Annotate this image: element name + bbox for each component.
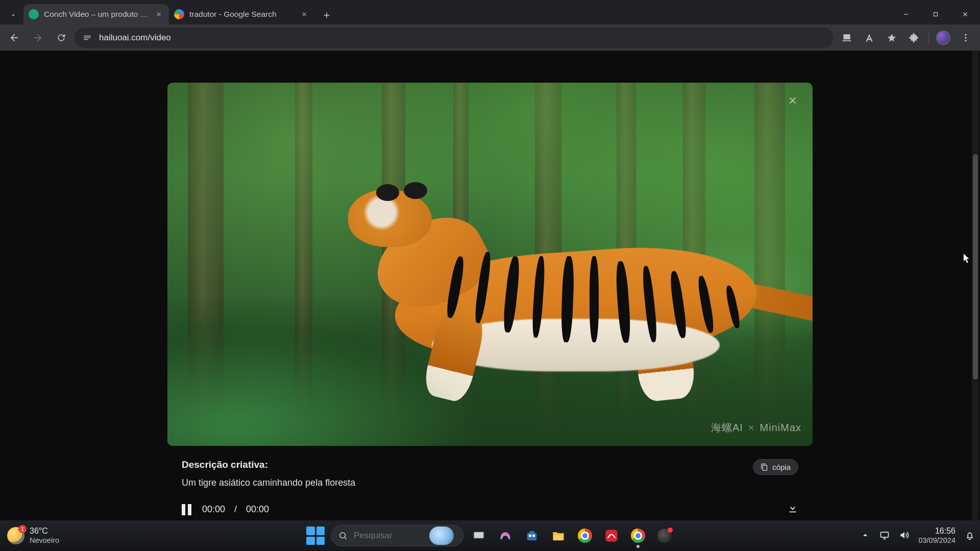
scrollbar-thumb[interactable] <box>973 154 978 380</box>
page-viewport: 海螺AI × MiniMax Descrição criativa: Um ti… <box>0 51 980 520</box>
maximize-button[interactable] <box>921 4 950 24</box>
taskbar-center <box>304 520 676 551</box>
video-frame[interactable]: 海螺AI × MiniMax <box>167 83 813 446</box>
svg-rect-11 <box>605 530 617 541</box>
system-tray: 16:56 03/09/2024 <box>860 527 980 544</box>
file-explorer-button[interactable] <box>547 524 570 547</box>
description-text: Um tigre asiático caminhando pela flores… <box>182 478 753 488</box>
close-icon <box>787 95 798 106</box>
volume-icon[interactable] <box>899 530 909 542</box>
description-section: Descrição criativa: Um tigre asiático ca… <box>167 446 813 493</box>
bell-icon <box>965 530 975 540</box>
weather-widget[interactable]: 36°C Nevoeiro <box>0 527 59 544</box>
translate-icon[interactable] <box>859 28 879 48</box>
minimize-button[interactable] <box>891 4 921 24</box>
copy-label: cópia <box>772 463 791 471</box>
arrow-left-icon <box>9 32 20 43</box>
scrollbar[interactable] <box>972 51 979 520</box>
address-bar[interactable]: hailuoai.com/video <box>75 28 834 48</box>
close-tab-icon[interactable] <box>154 9 164 19</box>
download-button[interactable] <box>787 503 798 516</box>
tray-overflow-button[interactable] <box>860 530 870 542</box>
task-view-button[interactable] <box>468 524 490 547</box>
tab-1[interactable]: Conch Video – um produto da <box>23 4 169 24</box>
url-text: hailuoai.com/video <box>99 33 826 43</box>
copy-button[interactable]: cópia <box>753 459 798 475</box>
search-highlight-icon <box>429 527 454 545</box>
install-app-icon[interactable] <box>837 28 857 48</box>
search-input[interactable] <box>354 531 420 541</box>
toolbar-divider <box>928 32 929 44</box>
weather-icon <box>7 527 24 544</box>
player-controls-peek: 00:00 / 00:00 <box>167 493 813 516</box>
chrome-icon <box>578 529 592 543</box>
svg-rect-0 <box>934 13 938 16</box>
avatar-icon <box>936 31 950 45</box>
svg-rect-12 <box>881 532 889 537</box>
close-window-button[interactable] <box>950 4 980 24</box>
windows-taskbar: 36°C Nevoeiro <box>0 520 980 551</box>
obs-button[interactable] <box>653 524 676 547</box>
arrow-right-icon <box>32 32 43 43</box>
chevron-down-icon <box>10 12 17 19</box>
chrome-taskbar-button[interactable] <box>574 524 596 547</box>
favicon-icon <box>29 9 39 19</box>
profile-avatar[interactable] <box>933 28 953 48</box>
close-tab-icon[interactable] <box>299 9 309 19</box>
svg-point-3 <box>965 40 966 41</box>
svg-rect-8 <box>529 531 534 534</box>
weather-temp: 36°C <box>30 527 59 536</box>
close-modal-button[interactable] <box>784 92 801 109</box>
clock-time: 16:56 <box>918 527 955 536</box>
reload-button[interactable] <box>51 28 71 48</box>
search-icon <box>338 531 348 540</box>
svg-rect-9 <box>529 535 531 537</box>
titlebar: Conch Video – um produto da tradutor - G… <box>0 0 980 24</box>
microsoft-store-button[interactable] <box>521 524 543 547</box>
browser-toolbar: hailuoai.com/video <box>0 24 980 51</box>
copilot-button[interactable] <box>494 524 517 547</box>
start-button[interactable] <box>304 524 327 547</box>
app-red-button[interactable] <box>600 524 623 547</box>
svg-point-4 <box>340 533 346 538</box>
tab-title: tradutor - Google Search <box>189 10 294 19</box>
time-current: 00:00 <box>202 504 225 515</box>
video-preview-modal: 海螺AI × MiniMax Descrição criativa: Um ti… <box>167 83 813 520</box>
watermark: 海螺AI × MiniMax <box>711 421 801 435</box>
new-tab-button[interactable] <box>317 6 336 24</box>
chrome-active-button[interactable] <box>627 524 649 547</box>
task-view-icon <box>472 529 486 543</box>
clock[interactable]: 16:56 03/09/2024 <box>918 527 955 544</box>
copy-icon <box>761 463 768 471</box>
watermark-right: MiniMax <box>760 422 801 434</box>
weather-desc: Nevoeiro <box>30 536 59 545</box>
time-total: 00:00 <box>246 504 269 515</box>
tab-search-dropdown[interactable] <box>4 6 22 24</box>
svg-point-1 <box>965 34 966 35</box>
toolbar-right <box>837 28 976 48</box>
foreground-blur <box>167 337 483 446</box>
notifications-button[interactable] <box>965 530 975 542</box>
pause-button[interactable] <box>182 504 193 515</box>
svg-point-2 <box>965 37 966 38</box>
time-separator: / <box>234 504 237 515</box>
obs-icon <box>657 529 672 543</box>
network-icon[interactable] <box>879 530 890 542</box>
svg-rect-10 <box>532 535 535 537</box>
reload-icon <box>56 33 66 43</box>
watermark-x: × <box>748 422 755 434</box>
red-app-icon <box>604 529 619 543</box>
taskbar-search[interactable] <box>331 525 463 546</box>
svg-rect-7 <box>527 533 537 540</box>
browser-window: Conch Video – um produto da tradutor - G… <box>0 0 980 551</box>
watermark-left: 海螺AI <box>711 421 743 435</box>
tab-strip: Conch Video – um produto da tradutor - G… <box>23 0 336 24</box>
tab-2[interactable]: tradutor - Google Search <box>169 4 314 24</box>
bookmark-icon[interactable] <box>881 28 902 48</box>
site-info-icon[interactable] <box>82 32 93 43</box>
chrome-menu-icon[interactable] <box>955 28 976 48</box>
forward-button[interactable] <box>28 28 48 48</box>
extensions-icon[interactable] <box>904 28 924 48</box>
clock-date: 03/09/2024 <box>918 536 955 545</box>
back-button[interactable] <box>4 28 24 48</box>
